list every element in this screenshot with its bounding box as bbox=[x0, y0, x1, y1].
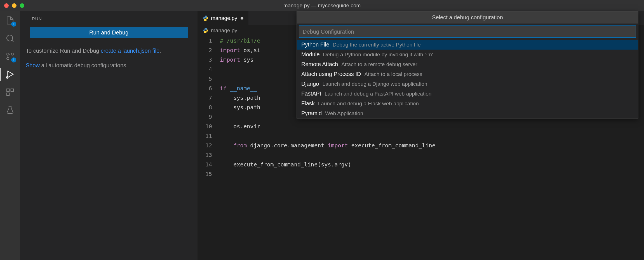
quickpick-item-label: Attach using Process ID bbox=[301, 71, 361, 77]
quickpick-item[interactable]: PyramidWeb Application bbox=[297, 108, 638, 118]
create-launch-json-link[interactable]: create a launch.json file bbox=[101, 48, 159, 54]
show-link[interactable]: Show bbox=[26, 62, 40, 68]
dirty-indicator-icon bbox=[241, 17, 243, 20]
quickpick-item-label: FastAPI bbox=[301, 90, 321, 97]
quickpick-item[interactable]: DjangoLaunch and debug a Django web appl… bbox=[297, 79, 638, 89]
quickpick-item-label: Django bbox=[301, 81, 319, 87]
svg-rect-9 bbox=[7, 93, 9, 96]
quickpick-item[interactable]: FlaskLaunch and debug a Flask web applic… bbox=[297, 99, 638, 108]
sidebar-title: RUN bbox=[26, 16, 192, 21]
quickpick-item[interactable]: Python FileDebug the currently active Py… bbox=[297, 40, 638, 50]
scm-badge: 1 bbox=[11, 57, 16, 62]
customize-hint: To customize Run and Debug create a laun… bbox=[26, 46, 192, 55]
quickpick-item[interactable]: FastAPILaunch and debug a FastAPI web ap… bbox=[297, 89, 638, 99]
maximize-window-icon[interactable] bbox=[20, 3, 24, 8]
run-sidebar: RUN Run and Debug To customize Run and D… bbox=[20, 11, 198, 260]
quickpick-item-desc: Launch and debug a FastAPI web applicati… bbox=[325, 91, 431, 97]
search-icon[interactable] bbox=[5, 33, 15, 43]
customize-suffix: . bbox=[159, 48, 161, 54]
quickpick-item-desc: Launch and debug a Flask web application bbox=[318, 101, 419, 107]
window-controls bbox=[4, 3, 24, 8]
testing-icon[interactable] bbox=[5, 105, 15, 115]
quickpick-item[interactable]: ModuleDebug a Python module by invoking … bbox=[297, 50, 638, 59]
tab-label: manage.py bbox=[211, 15, 237, 21]
tab-manage-py[interactable]: manage.py bbox=[198, 11, 248, 25]
show-hint: Show all automatic debug configurations. bbox=[26, 61, 192, 70]
python-icon bbox=[203, 15, 209, 21]
quickpick-item-desc: Web Application bbox=[325, 110, 363, 117]
svg-point-3 bbox=[7, 57, 9, 60]
svg-point-6 bbox=[6, 76, 8, 78]
python-icon bbox=[203, 27, 209, 34]
quickpick-item-label: Module bbox=[301, 51, 320, 58]
svg-point-2 bbox=[11, 53, 13, 55]
quickpick-list: Python FileDebug the currently active Py… bbox=[297, 40, 638, 118]
quickpick-input[interactable] bbox=[299, 26, 636, 38]
quickpick-item-desc: Launch and debug a Django web applicatio… bbox=[322, 81, 427, 87]
quickpick-item-label: Remote Attach bbox=[301, 61, 338, 68]
explorer-icon[interactable]: 1 bbox=[5, 15, 15, 25]
quickpick-item-desc: Debug the currently active Python file bbox=[333, 42, 421, 48]
quickpick-title: Select a debug configuration bbox=[297, 11, 638, 24]
title-bar: manage.py — mycbseguide.com bbox=[0, 0, 644, 11]
quickpick-item-desc: Attach to a local process bbox=[364, 71, 422, 77]
line-numbers: 123456789101112131415 bbox=[198, 36, 220, 179]
svg-point-0 bbox=[7, 35, 13, 41]
debug-config-picker: Select a debug configuration Python File… bbox=[297, 11, 638, 119]
explorer-badge: 1 bbox=[11, 22, 16, 27]
quickpick-item-label: Pyramid bbox=[301, 110, 322, 117]
breadcrumb-file: manage.py bbox=[211, 27, 237, 34]
customize-prefix: To customize Run and Debug bbox=[26, 48, 101, 54]
extensions-icon[interactable] bbox=[5, 87, 15, 97]
svg-marker-5 bbox=[8, 71, 13, 78]
quickpick-item[interactable]: Remote AttachAttach to a remote debug se… bbox=[297, 59, 638, 69]
run-and-debug-button[interactable]: Run and Debug bbox=[30, 27, 188, 38]
run-debug-icon[interactable] bbox=[5, 69, 15, 79]
quickpick-item-label: Python File bbox=[301, 41, 329, 48]
quickpick-item-label: Flask bbox=[301, 100, 315, 107]
minimize-window-icon[interactable] bbox=[12, 3, 17, 8]
quickpick-item-desc: Debug a Python module by invoking it wit… bbox=[323, 52, 433, 58]
close-window-icon[interactable] bbox=[4, 3, 9, 8]
source-control-icon[interactable]: 1 bbox=[5, 51, 15, 61]
svg-line-1 bbox=[12, 40, 13, 42]
window-title: manage.py — mycbseguide.com bbox=[283, 3, 361, 9]
quickpick-item-desc: Attach to a remote debug server bbox=[341, 61, 417, 68]
svg-point-4 bbox=[7, 53, 9, 55]
svg-rect-8 bbox=[11, 89, 13, 91]
quickpick-item[interactable]: Attach using Process IDAttach to a local… bbox=[297, 69, 638, 79]
show-suffix: all automatic debug configurations. bbox=[40, 62, 128, 68]
activity-bar: 1 1 bbox=[0, 11, 20, 260]
svg-rect-7 bbox=[7, 89, 9, 91]
